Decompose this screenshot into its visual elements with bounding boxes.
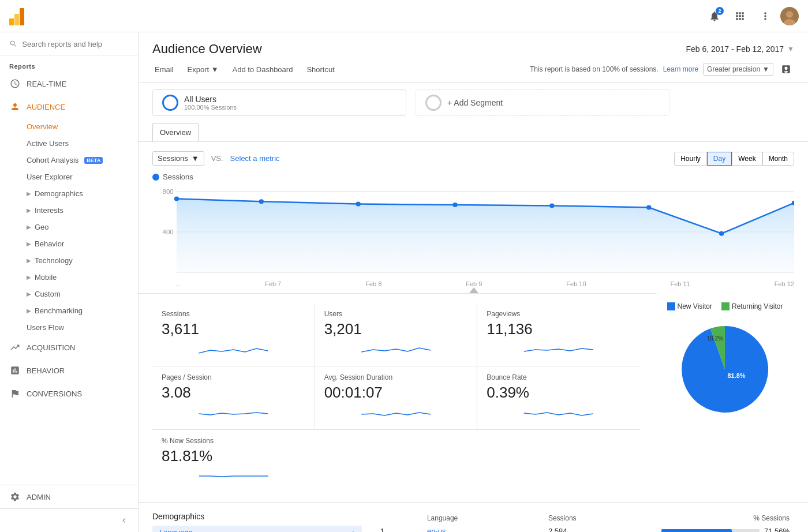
svg-point-12	[452, 203, 457, 207]
sidebar-subitem-behavior[interactable]: ▶ Behavior	[0, 235, 138, 252]
svg-marker-17	[469, 287, 478, 293]
sidebar-item-behavior[interactable]: BEHAVIOR	[0, 359, 138, 382]
x-label-start: ...	[175, 280, 181, 293]
sidebar-subitem-active-users[interactable]: Active Users	[0, 135, 138, 152]
sidebar-item-realtime[interactable]: REAL-TIME	[0, 72, 138, 95]
svg-point-14	[646, 205, 651, 210]
precision-select[interactable]: Greater precision ▼	[703, 63, 773, 76]
sidebar-item-admin[interactable]: ADMIN	[0, 485, 138, 508]
sidebar-subitem-mobile[interactable]: ▶ Mobile	[0, 269, 138, 286]
chevron-right-icon: ▶	[27, 190, 31, 197]
new-visitor-legend: New Visitor	[667, 302, 712, 310]
metric-pages-session: Pages / Session 3.08	[152, 366, 315, 430]
language-tab[interactable]: Language ›	[152, 526, 362, 532]
sidebar-subitem-benchmarking[interactable]: ▶ Benchmarking	[0, 302, 138, 319]
sidebar-subitem-cohort[interactable]: Cohort Analysis BETA	[0, 152, 138, 168]
add-segment-pill[interactable]: + Add Segment	[416, 89, 669, 116]
hourly-button[interactable]: Hourly	[674, 152, 707, 166]
sidebar-subitem-user-explorer[interactable]: User Explorer	[0, 168, 138, 185]
all-users-segment[interactable]: All Users 100.00% Sessions	[152, 89, 406, 116]
pie-chart-section: New Visitor Returning Visitor	[656, 293, 794, 502]
sidebar-subitem-interests[interactable]: ▶ Interests	[0, 202, 138, 219]
x-label-feb8: Feb 8	[365, 280, 381, 293]
demographics-title: Demographics	[152, 512, 362, 521]
sidebar-subitem-geo[interactable]: ▶ Geo	[0, 219, 138, 235]
returning-visitor-label: Returning Visitor	[732, 302, 783, 310]
avg-session-label: Avg. Session Duration	[324, 373, 468, 381]
notification-badge: 2	[716, 7, 724, 15]
vs-label: VS.	[211, 154, 223, 163]
users-label: Users	[324, 310, 468, 318]
new-sessions-label: % New Sessions	[162, 437, 306, 445]
returning-visitor-legend: Returning Visitor	[721, 302, 783, 310]
pie-legend: New Visitor Returning Visitor	[667, 302, 783, 310]
sidebar-subitem-technology[interactable]: ▶ Technology	[0, 252, 138, 269]
sidebar-subitem-users-flow[interactable]: Users Flow	[0, 319, 138, 336]
users-value: 3,201	[324, 320, 468, 338]
learn-more-link[interactable]: Learn more	[663, 65, 698, 73]
sidebar-subitem-overview[interactable]: Overview	[0, 118, 138, 135]
apps-button[interactable]	[730, 6, 750, 27]
overview-tab[interactable]: Overview	[152, 123, 199, 141]
th-language	[376, 512, 422, 524]
ga-logo	[9, 7, 24, 25]
more-button[interactable]	[755, 6, 776, 27]
reports-section-label: Reports	[0, 56, 138, 72]
demo-right-col: Language Sessions % Sessions 1. en-us 2,…	[376, 512, 794, 532]
x-label-feb11: Feb 11	[671, 280, 690, 293]
pageviews-value: 11,136	[487, 320, 631, 338]
sidebar-item-conversions[interactable]: CONVERSIONS	[0, 382, 138, 405]
flag-icon	[9, 388, 21, 399]
x-label-feb10: Feb 10	[566, 280, 586, 293]
sessions-1: 2,584	[544, 524, 657, 532]
new-visitor-color	[667, 302, 675, 310]
add-to-dashboard-button[interactable]: Add to Dashboard	[230, 63, 295, 76]
chart-x-labels: ... Feb 7 Feb 8 Feb 9 Feb 10 Feb 11 Feb …	[152, 278, 794, 293]
th-language-name: Language	[422, 512, 544, 524]
returning-visitor-color	[721, 302, 730, 310]
sidebar-item-acquisition[interactable]: ACQUISITION	[0, 336, 138, 359]
month-button[interactable]: Month	[762, 152, 794, 166]
pct-1: 71.56%	[657, 524, 794, 532]
chevron-right-icon: ▶	[27, 291, 31, 297]
sidebar-subitem-demographics[interactable]: ▶ Demographics	[0, 185, 138, 202]
lang-en-us[interactable]: en-us	[427, 527, 446, 532]
search-input[interactable]	[22, 40, 129, 48]
date-range-dropdown-icon: ▼	[787, 45, 794, 53]
all-users-info: All Users 100.00% Sessions	[184, 95, 237, 111]
person-icon	[9, 101, 21, 113]
shortcut-button[interactable]: Shortcut	[304, 63, 336, 76]
select-metric-link[interactable]: Select a metric	[230, 154, 280, 163]
date-range-picker[interactable]: Feb 6, 2017 - Feb 12, 2017 ▼	[686, 44, 794, 54]
day-button[interactable]: Day	[707, 152, 732, 166]
metrics-grid-left: Sessions 3,611 Users 3,201 Pageviews 11,…	[139, 293, 656, 502]
demo-grid: Demographics Language › Country Language	[152, 512, 794, 532]
gear-icon	[9, 491, 21, 503]
sidebar-subitem-custom[interactable]: ▶ Custom	[0, 286, 138, 302]
svg-text:800: 800	[162, 188, 173, 195]
svg-point-9	[174, 197, 179, 201]
demo-table: Language Sessions % Sessions 1. en-us 2,…	[376, 512, 794, 532]
svg-text:400: 400	[162, 228, 173, 235]
week-button[interactable]: Week	[732, 152, 762, 166]
user-avatar[interactable]	[780, 7, 799, 25]
demographics-section: Demographics Language › Country Language	[139, 502, 808, 532]
chart-controls: Sessions ▼ VS. Select a metric Hourly Da…	[152, 151, 794, 166]
chevron-right-icon: ▶	[27, 274, 31, 280]
metric-select[interactable]: Sessions ▼	[152, 151, 204, 166]
notification-button[interactable]: 2	[704, 6, 725, 27]
line-chart: 800 400	[152, 186, 794, 278]
help-button[interactable]	[778, 61, 794, 77]
email-button[interactable]: Email	[152, 63, 176, 76]
demo-left-col: Demographics Language › Country	[152, 512, 362, 532]
sidebar-item-audience[interactable]: AUDIENCE	[0, 95, 138, 118]
sidebar-collapse-button[interactable]	[0, 508, 138, 532]
svg-point-11	[356, 202, 360, 207]
export-button[interactable]: Export ▼	[185, 63, 221, 76]
page-title: Audience Overview	[152, 42, 262, 57]
chart-area: Sessions ▼ VS. Select a metric Hourly Da…	[139, 142, 808, 293]
precision-dropdown-icon: ▼	[762, 65, 769, 73]
conversions-label: CONVERSIONS	[27, 389, 82, 398]
th-sessions: Sessions	[544, 512, 657, 524]
pages-session-value: 3.08	[162, 384, 305, 402]
